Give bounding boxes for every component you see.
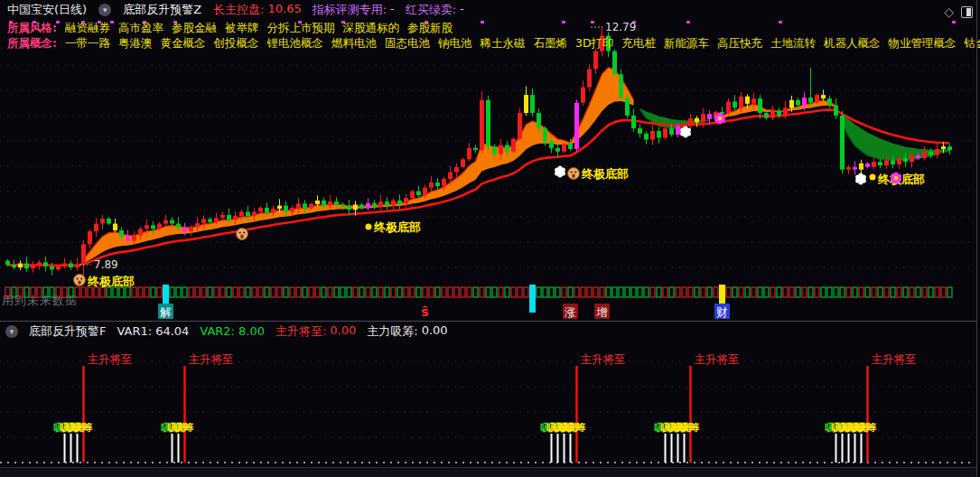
stat-pair: 主升将至:0.00: [275, 323, 356, 340]
concept-tag[interactable]: 新能源车: [664, 36, 709, 50]
right-panel-border: [976, 0, 977, 477]
concept-tag[interactable]: 锂电池概念: [267, 36, 324, 50]
main-indicator-name[interactable]: 底部反升预警Z: [123, 2, 201, 18]
svg-text:吸筹: 吸筹: [857, 422, 877, 434]
stat-value: 64.04: [155, 324, 189, 338]
sub-indicator-header: ▾ 底部反升预警F VAR1:64.04VAR2:8.00主升将至:0.00主力…: [0, 323, 976, 340]
concept-tag[interactable]: 高压快充: [717, 36, 762, 50]
panel-collapse-icon[interactable]: ▾: [98, 4, 111, 16]
concept-tag[interactable]: 稀土永磁: [481, 36, 526, 50]
svg-text:终极底部: 终极底部: [581, 167, 629, 181]
svg-text:吸筹: 吸筹: [680, 422, 700, 434]
stat-value: 10.65: [267, 2, 301, 18]
stat-value: 0.00: [422, 323, 448, 340]
concept-tag[interactable]: 燃料电池: [331, 36, 377, 50]
stat-value: 0.00: [330, 323, 356, 340]
style-tag[interactable]: 被举牌: [225, 21, 259, 34]
split-layout-icon[interactable]: [961, 6, 973, 18]
svg-text:吸筹: 吸筹: [73, 422, 93, 434]
concept-tag[interactable]: 充电桩: [622, 36, 657, 50]
style-tag[interactable]: 高市盈率: [118, 21, 163, 34]
concept-tag[interactable]: 钴金属: [965, 36, 980, 50]
concept-tag[interactable]: 一带一路: [65, 36, 110, 50]
concept-tag[interactable]: 钠电池: [438, 36, 472, 50]
stat-pair: 主力吸筹:0.00: [367, 323, 447, 340]
sub-panel-collapse-icon[interactable]: ▾: [5, 325, 18, 338]
stat-value: -: [460, 2, 464, 18]
sub-indicator-stats: VAR1:64.04VAR2:8.00主升将至:0.00主力吸筹:0.00: [117, 323, 458, 340]
sub-indicator-name[interactable]: 底部反升预警F: [29, 323, 106, 340]
stat-label: VAR2:: [200, 324, 235, 338]
svg-text:终极底部: 终极底部: [373, 220, 421, 234]
stat-pair: 长主控盘:10.65: [213, 2, 302, 18]
stat-pair: VAR1:64.04: [117, 324, 189, 338]
svg-text:主升将至: 主升将至: [581, 352, 626, 366]
stat-label: 主升将至:: [275, 323, 326, 340]
concept-tag[interactable]: 土地流转: [770, 36, 816, 50]
concept-tag[interactable]: 创投概念: [214, 36, 259, 50]
stat-label: 指标评测专用:: [313, 2, 387, 18]
style-row-label: 所属风格:: [7, 21, 57, 36]
concept-tag[interactable]: 物业管理概念: [889, 36, 957, 50]
style-row: 所属风格: 融资融券高市盈率参股金融被举牌分拆上市预期深股通标的参股新股: [0, 21, 978, 36]
concept-tag[interactable]: 机器人概念: [824, 36, 881, 50]
sub-indicator-chart[interactable]: 主升将至吸筹吸筹吸筹吸筹主升将至吸筹吸筹吸筹主升将至吸筹吸筹吸筹吸筹吸筹主升将至…: [0, 340, 980, 466]
svg-text:增: 增: [595, 305, 608, 319]
style-tag[interactable]: 分拆上市预期: [267, 21, 335, 34]
stat-pair: VAR2:8.00: [200, 324, 265, 338]
concept-tags: 一带一路粤港澳黄金概念创投概念锂电池概念燃料电池固态电池钠电池稀土永磁石墨烯3D…: [65, 36, 980, 51]
svg-text:ŝ: ŝ: [421, 304, 428, 319]
main-indicator-stats: 长主控盘:10.65指标评测专用:-红买绿卖:-: [213, 2, 475, 18]
stat-value: 8.00: [238, 324, 265, 338]
svg-text:吸筹: 吸筹: [174, 422, 194, 434]
stat-label: 主力吸筹:: [367, 323, 417, 340]
concept-tag[interactable]: 石墨烯: [534, 36, 568, 50]
style-tag[interactable]: 融资融券: [65, 21, 110, 34]
stock-symbol: 中国宝安(日线): [7, 2, 87, 18]
stat-pair: 指标评测专用:-: [313, 2, 395, 18]
svg-text:吸筹: 吸筹: [566, 422, 586, 434]
style-tag[interactable]: 参股新股: [407, 21, 453, 34]
stat-value: -: [390, 2, 395, 18]
svg-text:解: 解: [159, 305, 172, 319]
diamond-icon[interactable]: ◇: [944, 5, 954, 18]
svg-text:主升将至: 主升将至: [189, 352, 234, 366]
bottom-bar: [0, 467, 976, 477]
concept-tag[interactable]: 3D打印: [575, 36, 614, 50]
style-tag[interactable]: 参股金融: [172, 21, 217, 34]
style-tags: 融资融券高市盈率参股金融被举牌分拆上市预期深股通标的参股新股: [65, 21, 461, 36]
svg-text:主升将至: 主升将至: [695, 352, 740, 366]
style-tag[interactable]: 深股通标的: [343, 21, 400, 34]
svg-text:主升将至: 主升将至: [872, 352, 917, 366]
svg-text:涨: 涨: [564, 305, 576, 319]
title-bar: 中国宝安(日线) ▾ 底部反升预警Z 长主控盘:10.65指标评测专用:-红买绿…: [0, 0, 947, 20]
concept-row: 所属概念: 一带一路粤港澳黄金概念创投概念锂电池概念燃料电池固态电池钠电池稀土永…: [0, 36, 980, 51]
svg-text:终极底部: 终极底部: [87, 275, 135, 288]
panel-divider[interactable]: [0, 321, 976, 322]
svg-text:7.89: 7.89: [94, 258, 118, 271]
stat-label: VAR1:: [117, 324, 152, 338]
stat-label: 长主控盘:: [213, 2, 264, 18]
main-candlestick-chart[interactable]: 解ŝ涨增财7.8912.79终极底部终极底部终极底部终极底部: [0, 18, 980, 322]
concept-tag[interactable]: 粤港澳: [118, 36, 153, 50]
window-icons: ◇: [944, 4, 973, 20]
stat-pair: 红买绿卖:-: [406, 2, 464, 18]
svg-text:主升将至: 主升将至: [88, 352, 133, 366]
stat-label: 红买绿卖:: [406, 2, 456, 18]
concept-tag[interactable]: 黄金概念: [161, 36, 206, 50]
concept-row-label: 所属概念:: [7, 36, 57, 51]
concept-tag[interactable]: 固态电池: [385, 36, 430, 50]
svg-text:财: 财: [716, 305, 728, 319]
